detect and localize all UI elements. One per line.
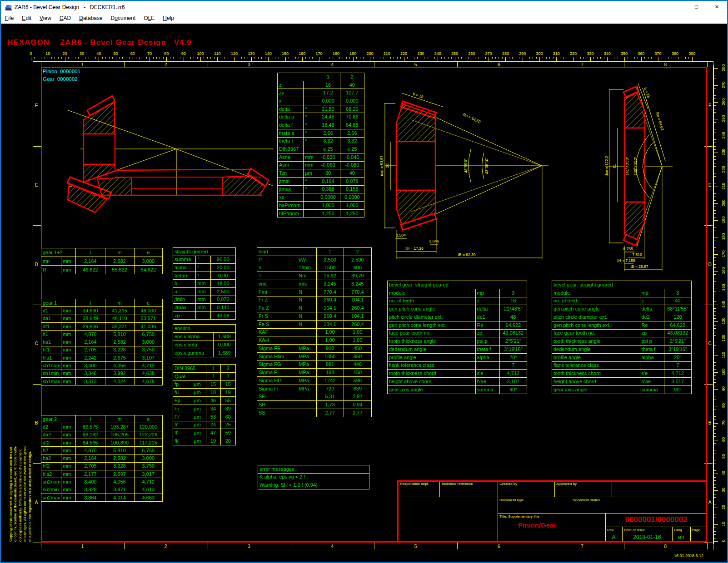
table-cell: summa [640,385,664,394]
table-cell: 2,500 [210,287,235,296]
table-cell: 3,400 [76,478,105,486]
table-cell: 2,582 [105,257,134,266]
table-cell: 2,597 [105,470,134,478]
table-cell: 1,000 [340,202,364,210]
table-cell: gear 1 [41,299,76,307]
table-cell: x [278,97,304,105]
table-cell: 0,070 [210,296,235,304]
table-cell: 650 [344,352,371,361]
table-cell: betam [173,272,196,280]
table-cell: 41,036 [134,322,162,330]
table-cell: 3 [499,289,527,297]
table-gear2: gear 2imed2mm86,575103,287120,000da2mm88… [41,415,163,502]
table-cell: -0,040 [340,153,364,161]
table-cell: ° [304,137,316,145]
table-cell: mm [61,322,76,330]
table-cell: 41,315 [105,307,134,315]
table-cell: mm [61,478,76,486]
table-cell: kW [297,256,316,264]
table-cell: 0,078 [340,177,364,185]
table-cell: 2 [344,248,371,256]
table-cell: 60 [220,413,235,421]
table-cell: MPa [297,377,316,385]
table-cell: 260,4 [344,320,371,328]
table-cell: 47 [206,429,220,437]
table-cell: i [76,299,105,307]
table-cell: hf1 [41,346,61,354]
table-cell: delta [475,305,499,313]
table-cell: 20° [664,353,691,361]
table-cell: sn1max [41,377,61,385]
table-cell: 90,00 [210,256,235,264]
table-cell [196,311,210,320]
table-cell: 55,622 [105,266,134,274]
table-cell: 0,0000 [340,193,364,202]
table-cell: 1350 [316,352,344,361]
table-load: load12PkW2,5002,500n1/min1500600TNm15,92… [257,247,372,417]
table-cell: DIN 3965 [173,365,206,373]
table-cell: height above chord [552,378,640,386]
table-cell: MPa [297,361,316,369]
table-cell: Sigma Hlim [257,352,297,361]
table-epsilon: epsiloneps.v.alpha1,689eps.v.beta0,000ep… [173,324,236,357]
table-cell: face gear tooth no. [552,329,640,337]
table-cell: 104,1 [316,320,344,328]
table-cell: mm [61,257,76,266]
table-cell: 25 [220,421,235,429]
table-cell: 891 [316,361,344,369]
table-cell: 3,228 [105,346,134,354]
table-cell: theta f [640,346,664,354]
table-cell: µm [192,389,206,397]
table-cell: 17,2 [316,89,340,97]
table-cell: 40 [340,169,364,178]
table-cell: z [640,297,664,305]
table-cell: SS [257,409,297,417]
table-cell: 117,215 [134,439,162,446]
table-cell: 5,810 [105,331,134,338]
table-cell: N [297,320,316,328]
table-cell: 46,622 [76,266,105,274]
table-cell: MPa [297,352,316,361]
table-cell: 770,4 [316,288,344,296]
table-cell: fp [173,380,192,389]
table-cell: h'a1 [41,354,61,362]
table-cell [297,336,316,345]
table-cell: Fi' [173,413,192,421]
table-cell: 3 [664,289,691,297]
table-cell: ° [304,177,316,185]
table-cell: mm [61,423,76,431]
table-cell: 2,164 [76,257,105,266]
table-cell: alpha [475,353,499,361]
table-cell: profile angle [388,353,476,361]
table-cell: 16 [499,297,527,305]
table-cell: h'a2 [41,470,61,478]
table-cell: Fr Z [257,296,297,304]
table-cell: µm [192,421,206,429]
table-cell: ° [304,129,316,137]
table-cell: mm [61,431,76,439]
table-cell: Qual. [173,372,192,380]
table-cell: load [257,248,317,256]
table-cell: 19 [220,389,235,397]
table-cell: 40 [664,297,691,305]
table-cell [304,145,316,153]
table-cell: 900 [316,345,344,353]
table-cell: sn2min [41,486,61,494]
table-cell: 0,000 [340,97,364,105]
table-cell: no. of teeth [552,297,640,305]
table-cell: 2,66 [316,129,340,137]
table-cell: psi p [640,337,664,346]
table-cell: Asni [278,161,304,169]
table-cell: T [257,272,297,280]
table-cell: 48,000 [134,307,162,315]
table-cell: 0,194 [316,177,340,185]
table-cell: 18,00 [210,280,235,288]
table-cell: 68,20 [340,105,364,113]
table-cell: 4,712 [134,362,162,370]
table-cell: 2,675 [105,354,134,362]
table-cell: theta f [475,346,499,354]
table-cell: 639 [344,385,371,393]
table-cell: 4,056 [105,362,134,370]
table-cell: -0,060 [316,161,340,169]
table-cell: theta a [278,129,304,137]
